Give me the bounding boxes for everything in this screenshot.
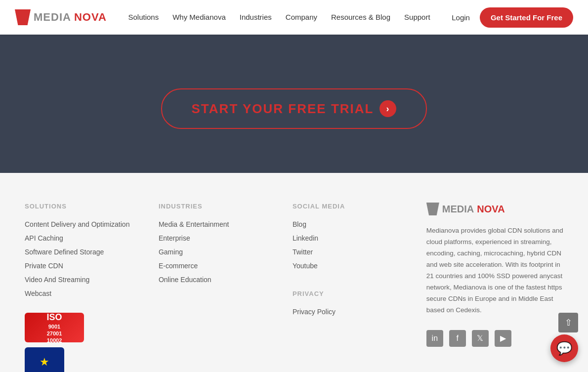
solutions-link-webcast[interactable]: Webcast xyxy=(25,289,139,298)
nav-item-support[interactable]: Support xyxy=(404,13,430,22)
industries-link-gaming[interactable]: Gaming xyxy=(159,248,273,256)
footer-social-icons: in f 𝕏 ▶ xyxy=(426,330,563,347)
twitter-icon[interactable]: 𝕏 xyxy=(472,330,489,347)
social-link-linkedin[interactable]: Linkedin xyxy=(293,234,407,243)
brand-description: Medianova provides global CDN solutions … xyxy=(426,225,563,316)
social-link-twitter[interactable]: Twitter xyxy=(293,248,407,256)
solutions-link-api[interactable]: API Caching xyxy=(25,234,139,243)
logo-media: MEDIA xyxy=(34,11,71,24)
iso-text: ISO xyxy=(46,312,62,323)
logo-nova: NOVA xyxy=(74,11,107,24)
social-media-title: SOCIAL MEDIA xyxy=(293,203,407,210)
privacy-link-policy[interactable]: Privacy Policy xyxy=(293,307,407,316)
linkedin-icon[interactable]: in xyxy=(426,330,443,347)
solutions-link-sds[interactable]: Software Defined Storage xyxy=(25,248,139,256)
login-link[interactable]: Login xyxy=(452,13,470,22)
industries-title: INDUSTRIES xyxy=(159,203,273,210)
footer-industries-col: INDUSTRIES Media & Entertainment Enterpr… xyxy=(159,203,273,372)
footer-solutions-col: SOLUTIONS Content Delivery and Optimizat… xyxy=(25,203,139,372)
industries-links: Media & Entertainment Enterprise Gaming … xyxy=(159,220,273,284)
chat-widget-button[interactable]: 💬 xyxy=(550,334,578,362)
iso-line2: 27001 xyxy=(47,331,62,336)
eu-badge: ★ xyxy=(25,347,64,372)
solutions-links: Content Delivery and Optimization API Ca… xyxy=(25,220,139,298)
footer-brand-logo: MEDIANOVA xyxy=(426,203,563,215)
badges-container: ISO 9001 27001 10002 ★ xyxy=(25,313,139,372)
iso-line1: 9001 xyxy=(48,324,60,330)
solutions-link-cdo[interactable]: Content Delivery and Optimization xyxy=(25,220,139,229)
social-link-youtube[interactable]: Youtube xyxy=(293,261,407,270)
privacy-title: PRIVACY xyxy=(293,290,407,297)
footer-logo-nova: NOVA xyxy=(477,204,504,215)
solutions-link-video[interactable]: Video And Streaming xyxy=(25,275,139,284)
social-link-blog[interactable]: Blog xyxy=(293,220,407,229)
navbar-right: Login Get Started For Free xyxy=(452,7,573,28)
industries-link-media[interactable]: Media & Entertainment xyxy=(159,220,273,229)
industries-link-ecommerce[interactable]: E-commerce xyxy=(159,261,273,270)
youtube-icon[interactable]: ▶ xyxy=(495,330,511,347)
solutions-link-private-cdn[interactable]: Private CDN xyxy=(25,261,139,270)
footer-grid: SOLUTIONS Content Delivery and Optimizat… xyxy=(25,203,563,372)
navbar: MEDIANOVA Solutions Why Medianova Indust… xyxy=(0,0,588,35)
iso-badge: ISO 9001 27001 10002 xyxy=(25,313,84,342)
brand-logo[interactable]: MEDIANOVA xyxy=(15,9,107,25)
logo-icon xyxy=(15,9,31,25)
social-links: Blog Linkedin Twitter Youtube xyxy=(293,220,407,270)
nav-item-resources[interactable]: Resources & Blog xyxy=(331,13,390,22)
footer-brand-col: MEDIANOVA Medianova provides global CDN … xyxy=(426,203,563,372)
nav-links: Solutions Why Medianova Industries Compa… xyxy=(128,13,430,22)
solutions-title: SOLUTIONS xyxy=(25,203,139,210)
iso-line3: 10002 xyxy=(47,337,62,343)
footer-brand-icon xyxy=(426,203,439,215)
nav-item-company[interactable]: Company xyxy=(286,13,317,22)
hero-section: START YOUR FREE TRIAL › xyxy=(0,35,588,173)
facebook-icon[interactable]: f xyxy=(449,330,466,347)
industries-link-education[interactable]: Online Education xyxy=(159,275,273,284)
privacy-links: Privacy Policy xyxy=(293,307,407,316)
trial-btn-arrow-icon: › xyxy=(379,100,396,117)
nav-item-why[interactable]: Why Medianova xyxy=(172,13,226,22)
footer-logo-media: MEDIA xyxy=(442,204,474,215)
footer: SOLUTIONS Content Delivery and Optimizat… xyxy=(0,173,588,372)
nav-item-industries[interactable]: Industries xyxy=(240,13,272,22)
nav-item-solutions[interactable]: Solutions xyxy=(128,13,159,22)
industries-link-enterprise[interactable]: Enterprise xyxy=(159,234,273,243)
get-started-button[interactable]: Get Started For Free xyxy=(480,7,573,28)
start-trial-button[interactable]: START YOUR FREE TRIAL › xyxy=(161,88,427,129)
footer-social-col: SOCIAL MEDIA Blog Linkedin Twitter Youtu… xyxy=(293,203,407,372)
trial-btn-label: START YOUR FREE TRIAL xyxy=(192,101,374,117)
scroll-top-button[interactable]: ⇧ xyxy=(558,313,578,332)
